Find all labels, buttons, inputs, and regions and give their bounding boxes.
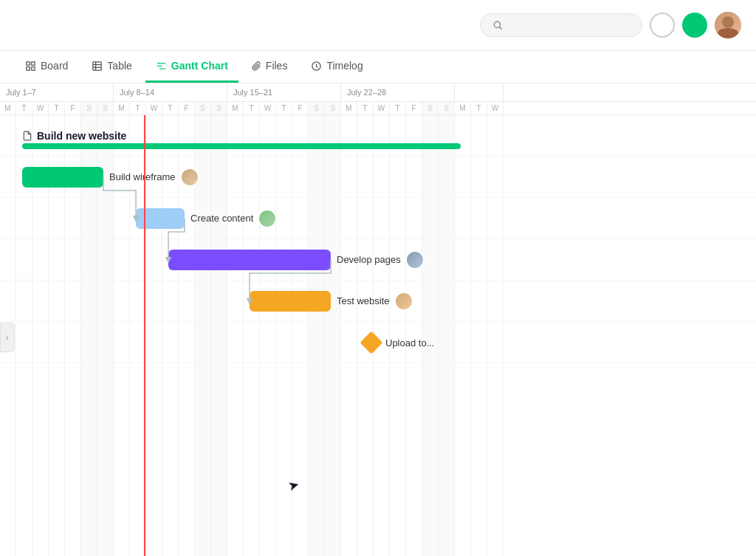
day-cell: S: [195, 102, 211, 114]
day-cell: S: [422, 102, 439, 114]
svg-rect-4: [27, 66, 30, 69]
timelog-icon: [311, 61, 322, 72]
gantt-icon: [156, 61, 167, 72]
project-title: Build new website: [22, 130, 126, 142]
day-cell: T: [276, 102, 292, 114]
tab-gantt[interactable]: Gantt Chart: [145, 51, 238, 83]
week-label: July 22–28: [341, 83, 455, 101]
task-bar-build-wireframe[interactable]: Build wireframe: [22, 167, 103, 188]
sidebar-collapse-button[interactable]: ›: [0, 323, 15, 352]
day-cell: S: [211, 102, 227, 114]
day-cell: F: [65, 102, 81, 114]
day-headers: MTWTFSSMTWTFSSMTWTFSSMTWTFSSMTW: [0, 102, 756, 115]
gantt-rows: Build new website Build wireframeCreate …: [0, 115, 756, 556]
day-cell: M: [227, 102, 244, 114]
tab-board[interactable]: Board: [15, 51, 78, 83]
day-cell: T: [130, 102, 146, 114]
tab-board-label: Board: [41, 60, 68, 72]
add-button[interactable]: [682, 13, 707, 38]
task-label-develop-pages: Develop pages: [337, 250, 425, 270]
task-label-create-content: Create content: [190, 209, 277, 228]
header: [0, 0, 756, 51]
day-cell: F: [406, 102, 422, 114]
avatar[interactable]: [715, 12, 741, 38]
svg-line-1: [500, 27, 502, 30]
today-line: [144, 115, 145, 556]
day-cell: S: [81, 102, 97, 114]
day-cell: S: [97, 102, 114, 114]
day-cell: W: [32, 102, 49, 114]
svg-rect-6: [93, 61, 101, 69]
task-row: Build wireframe: [0, 157, 756, 198]
day-cell: M: [341, 102, 357, 114]
task-row: Test website: [0, 281, 756, 322]
svg-rect-3: [32, 61, 35, 64]
header-right: [480, 12, 741, 38]
day-cell: W: [146, 102, 162, 114]
week-label: July 8–14: [114, 83, 227, 101]
nav-tabs: Board Table Gantt Chart Files Timelog: [0, 51, 756, 83]
day-cell: T: [16, 102, 32, 114]
day-cell: W: [260, 102, 276, 114]
board-icon: [25, 61, 36, 72]
task-label-build-wireframe: Build wireframe: [109, 168, 199, 187]
day-cell: W: [487, 102, 504, 114]
files-icon: [252, 61, 261, 72]
day-cell: T: [49, 102, 65, 114]
gantt-body: › Build new website Build wireframeCreat…: [0, 115, 756, 556]
project-row: Build new website: [0, 115, 756, 157]
day-cell: W: [374, 102, 390, 114]
day-cell: T: [390, 102, 406, 114]
task-row: Upload to...: [0, 322, 756, 363]
search-bar[interactable]: [480, 13, 642, 37]
project-bar[interactable]: [22, 143, 461, 149]
task-avatar-create-content: [258, 209, 277, 228]
day-cell: S: [439, 102, 455, 114]
day-cell: T: [471, 102, 487, 114]
day-cell: F: [292, 102, 309, 114]
task-avatar-develop-pages: [405, 250, 425, 270]
avatar-image: [715, 12, 741, 38]
task-row: Create content: [0, 198, 756, 239]
help-button[interactable]: [650, 13, 675, 38]
gantt-container: July 1–7July 8–14July 15–21July 22–28 MT…: [0, 83, 756, 556]
search-icon: [492, 20, 503, 30]
tab-table-label: Table: [107, 60, 131, 72]
task-bar-test-website[interactable]: Test website: [250, 291, 331, 312]
tab-timelog-label: Timelog: [326, 60, 362, 72]
day-cell: M: [0, 102, 16, 114]
day-cell: T: [357, 102, 374, 114]
milestone-upload-to[interactable]: [360, 331, 382, 354]
document-icon: [22, 131, 32, 141]
milestone-label-upload-to: Upload to...: [385, 337, 435, 348]
day-cell: T: [162, 102, 179, 114]
task-avatar-test-website: [394, 292, 413, 311]
task-avatar-build-wireframe: [180, 168, 199, 187]
day-cell: S: [309, 102, 325, 114]
task-label-test-website: Test website: [337, 292, 413, 311]
tab-table[interactable]: Table: [81, 51, 142, 83]
svg-point-0: [494, 21, 500, 27]
task-bar-develop-pages[interactable]: Develop pages: [168, 250, 331, 270]
day-cell: F: [179, 102, 195, 114]
week-label: July 15–21: [227, 83, 341, 101]
table-icon: [92, 61, 103, 72]
week-label: July 1–7: [0, 83, 114, 101]
tab-files[interactable]: Files: [241, 51, 298, 83]
week-headers: July 1–7July 8–14July 15–21July 22–28: [0, 83, 756, 102]
tab-gantt-label: Gantt Chart: [171, 60, 228, 72]
svg-rect-5: [32, 66, 35, 69]
task-row: Develop pages: [0, 239, 756, 281]
task-bar-create-content[interactable]: Create content: [136, 208, 185, 229]
day-cell: M: [455, 102, 471, 114]
day-cell: M: [114, 102, 130, 114]
week-label: [455, 83, 504, 101]
tab-files-label: Files: [266, 60, 288, 72]
tab-timelog[interactable]: Timelog: [300, 51, 373, 83]
day-cell: S: [325, 102, 341, 114]
svg-rect-2: [27, 61, 30, 64]
day-cell: T: [244, 102, 260, 114]
